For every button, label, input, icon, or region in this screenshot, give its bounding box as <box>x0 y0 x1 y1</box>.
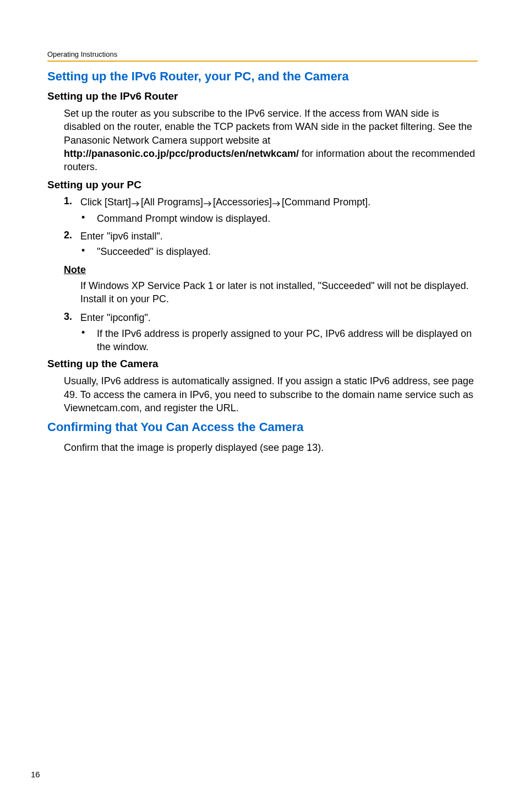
step1-bullet-text: Command Prompt window is displayed. <box>97 212 478 225</box>
header-running-title: Operating Instructions <box>47 50 478 58</box>
subsection-router-title: Setting up the IPv6 Router <box>47 90 478 102</box>
confirm-body-text: Confirm that the image is properly displ… <box>64 441 478 454</box>
arrow-icon <box>272 197 281 210</box>
bullet-dot-icon: • <box>81 212 97 225</box>
pc-steps-list-cont: 3. Enter "ipconfig". • If the IPv6 addre… <box>64 311 478 353</box>
section-title-confirm-access: Confirming that You Can Access the Camer… <box>47 420 478 434</box>
step1-part4: [Command Prompt]. <box>282 197 370 208</box>
header-divider <box>47 61 478 62</box>
step3-bullet-text: If the IPv6 address is properly assigned… <box>97 327 478 354</box>
step2-bullet-text: "Succeeded" is displayed. <box>97 245 478 258</box>
step-1: 1. Click [Start][All Programs][Accessori… <box>64 195 478 209</box>
page-number: 16 <box>31 770 40 779</box>
step-3-number: 3. <box>64 311 80 324</box>
router-body-text: Set up the router as you subscribe to th… <box>64 107 478 173</box>
step1-part1: Click [Start] <box>80 197 131 208</box>
step-2: 2. Enter "ipv6 install". <box>64 230 478 243</box>
subsection-camera-title: Setting up the Camera <box>47 358 478 370</box>
step-1-bullets: • Command Prompt window is displayed. <box>81 212 478 225</box>
step1-part3: [Accessories] <box>213 197 272 208</box>
arrow-icon <box>132 197 140 210</box>
bullet-item: • "Succeeded" is displayed. <box>81 245 478 258</box>
note-body: If Windows XP Service Pack 1 or later is… <box>80 279 478 306</box>
subsection-pc-title: Setting up your PC <box>47 179 478 191</box>
bullet-item: • Command Prompt window is displayed. <box>81 212 478 225</box>
step-3: 3. Enter "ipconfig". <box>64 311 478 324</box>
step-2-text: Enter "ipv6 install". <box>80 230 478 243</box>
bullet-dot-icon: • <box>81 327 97 354</box>
note-heading: Note <box>64 264 478 276</box>
arrow-icon <box>204 197 212 210</box>
bullet-dot-icon: • <box>81 245 97 258</box>
section-title-ipv6-setup: Setting up the IPv6 Router, your PC, and… <box>47 69 478 84</box>
step-2-bullets: • "Succeeded" is displayed. <box>81 245 478 258</box>
router-url-bold: http://panasonic.co.jp/pcc/products/en/n… <box>64 148 299 159</box>
step-3-text: Enter "ipconfig". <box>80 311 478 324</box>
step-2-number: 2. <box>64 230 80 243</box>
step-1-text: Click [Start][All Programs][Accessories]… <box>80 195 478 209</box>
step-1-number: 1. <box>64 195 80 209</box>
router-text-pre: Set up the router as you subscribe to th… <box>64 108 472 146</box>
step1-part2: [All Programs] <box>141 197 203 208</box>
camera-body-text: Usually, IPv6 address is automatically a… <box>64 374 478 415</box>
step-3-bullets: • If the IPv6 address is properly assign… <box>81 327 478 354</box>
pc-steps-list: 1. Click [Start][All Programs][Accessori… <box>64 195 478 258</box>
bullet-item: • If the IPv6 address is properly assign… <box>81 327 478 354</box>
